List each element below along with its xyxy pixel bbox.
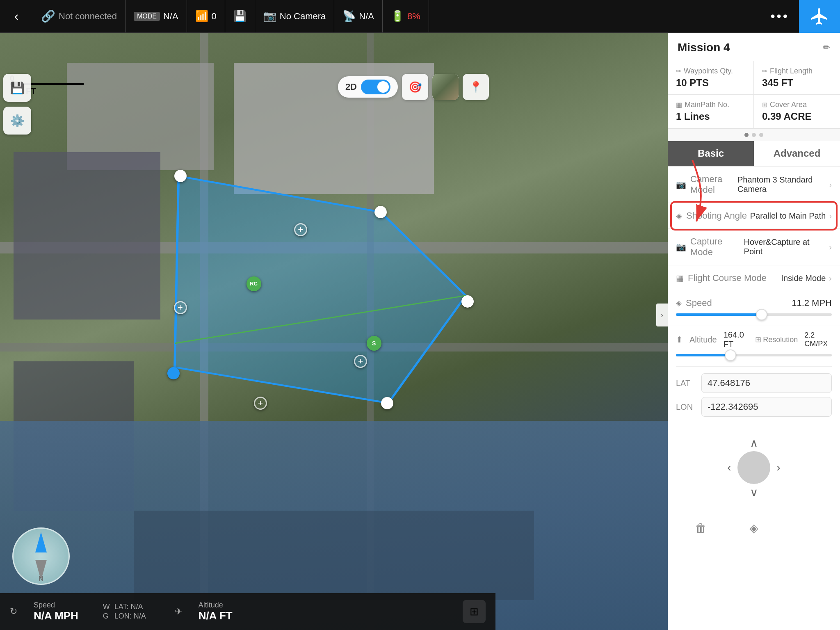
flight-course-icon: ▦ — [676, 273, 684, 283]
mode-indicator: MODE N/A — [126, 0, 187, 32]
navigation-controls: ∧ ‹ › ∨ — [668, 427, 840, 508]
speed-slider-section: ◈ Speed 11.2 MPH — [668, 291, 840, 326]
compass: N — [12, 527, 70, 585]
delete-button[interactable]: 🗑 — [688, 515, 714, 541]
top-header: ‹ 🔗 Not connected MODE N/A 📶 0 💾 📷 No Ca… — [0, 0, 840, 33]
lat-input[interactable] — [701, 373, 832, 393]
nav-right-button[interactable]: › — [766, 455, 791, 480]
add-waypoint-1[interactable]: + — [294, 223, 307, 236]
add-waypoint-3[interactable]: + — [354, 355, 367, 368]
waypoint-rc[interactable]: RC — [247, 276, 261, 291]
shooting-angle-icon: ◈ — [676, 211, 682, 221]
navigate-button[interactable]: ◈ — [741, 515, 767, 541]
flight-course-row[interactable]: ▦ Flight Course Mode Inside Mode › — [668, 265, 840, 291]
capture-mode-chevron: › — [829, 242, 832, 252]
view-mode-toggle[interactable]: 2D — [338, 76, 398, 98]
shooting-angle-chevron: › — [829, 211, 832, 221]
waypoints-stat: ✏Waypoints Qty. 10 PTS — [668, 61, 754, 95]
capture-mode-row[interactable]: 📷 Capture Mode Hover&Capture at Point › — [668, 229, 840, 265]
panel-collapse-button[interactable]: › — [656, 304, 668, 326]
camera-model-row[interactable]: 📷 Camera Model Phantom 3 Standard Camera… — [668, 167, 840, 203]
speed-track — [676, 313, 832, 316]
altitude-track — [676, 354, 832, 356]
waypoint-1[interactable] — [174, 170, 187, 182]
mission-title: Mission 4 — [678, 41, 730, 54]
map-expand-button[interactable]: ⊞ — [463, 600, 486, 623]
flight-course-chevron: › — [829, 274, 832, 283]
location-button[interactable]: 📍 — [463, 74, 489, 100]
mission-settings-panel: Mission 4 ✏ ✏Waypoints Qty. 10 PTS ✏Flig… — [668, 33, 840, 630]
waypoint-start[interactable]: S — [367, 336, 381, 351]
page-dot-3 — [759, 133, 763, 137]
waypoint-3[interactable] — [461, 295, 474, 308]
nav-center-button[interactable] — [737, 451, 770, 484]
camera-icon: 📷 — [676, 180, 686, 189]
shooting-angle-row[interactable]: ◈ Shooting Angle Parallel to Main Path › — [668, 203, 840, 229]
flight-length-stat: ✏Flight Length 345 FT — [754, 61, 840, 95]
fly-button[interactable] — [799, 0, 840, 33]
mainpath-stat: ▦MainPath No. 1 Lines — [668, 95, 754, 128]
camera-status: 📷 No Camera — [255, 0, 334, 32]
settings-tabs: Basic Advanced — [668, 141, 840, 167]
satellite-view-button[interactable] — [432, 74, 459, 100]
gps-status: 📡 N/A — [334, 0, 383, 32]
resolution-icon: ⊞ — [755, 335, 761, 344]
view-mode-label: 2D — [345, 82, 357, 92]
altitude-thumb[interactable] — [725, 349, 736, 361]
camera-model-chevron: › — [829, 180, 832, 189]
page-dot-1 — [744, 133, 749, 137]
altitude-icon: ⬆ — [676, 335, 683, 345]
altitude-resolution-header: ⬆ Altitude 164.0 FT ⊞ Resolution 2.2 CM/… — [668, 326, 840, 351]
altitude-slider-section — [668, 354, 840, 366]
mission-stats: ✏Waypoints Qty. 10 PTS ✏Flight Length 34… — [668, 61, 840, 129]
tab-advanced[interactable]: Advanced — [754, 141, 840, 166]
cover-area-stat: ⊞Cover Area 0.39 ACRE — [754, 95, 840, 128]
resolution-label: ⊞ Resolution — [755, 335, 798, 344]
sd-card-indicator: 💾 — [225, 0, 255, 32]
settings-button[interactable]: ⚙️ — [3, 107, 31, 135]
speed-slider-icon: ◈ — [676, 299, 682, 308]
speed-fill — [676, 313, 762, 316]
add-waypoint-2[interactable]: + — [174, 301, 187, 314]
2d-toggle-switch[interactable] — [361, 80, 390, 94]
panel-bottom-toolbar: 🗑 ◈ — [668, 508, 840, 548]
add-waypoint-4[interactable]: + — [254, 397, 267, 410]
edit-mission-button[interactable]: ✏ — [823, 42, 830, 53]
page-dot-2 — [752, 133, 756, 137]
save-mission-button[interactable]: 💾 — [3, 74, 31, 102]
coordinates-section: LAT LON — [668, 367, 840, 427]
altitude-fill — [676, 354, 730, 356]
map-view[interactable]: RC S + + + + 0 100 FT 💾 ⚙️ 2D 🎯 📍 — [0, 33, 668, 630]
lon-input[interactable] — [701, 397, 832, 417]
connection-status: 🔗 Not connected — [33, 0, 126, 32]
nav-down-button[interactable]: ∨ — [742, 480, 766, 504]
page-indicator — [668, 129, 840, 141]
battery-status: 🔋 8% — [383, 0, 429, 32]
waypoint-4[interactable] — [381, 397, 393, 409]
panel-header: Mission 4 ✏ — [668, 33, 840, 61]
capture-mode-icon: 📷 — [676, 242, 686, 252]
status-bar: ↻ Speed N/A MPH W LAT: N/A G LON: N/A ✈ … — [0, 593, 495, 630]
center-map-button[interactable]: 🎯 — [402, 74, 428, 100]
waypoint-2[interactable] — [374, 206, 387, 218]
signal-indicator: 📶 0 — [187, 0, 225, 32]
tab-basic[interactable]: Basic — [668, 141, 754, 166]
waypoint-5-blue[interactable] — [167, 367, 180, 379]
speed-thumb[interactable] — [756, 309, 767, 320]
back-button[interactable]: ‹ — [0, 0, 33, 33]
more-options-button[interactable]: ••• — [760, 9, 799, 24]
